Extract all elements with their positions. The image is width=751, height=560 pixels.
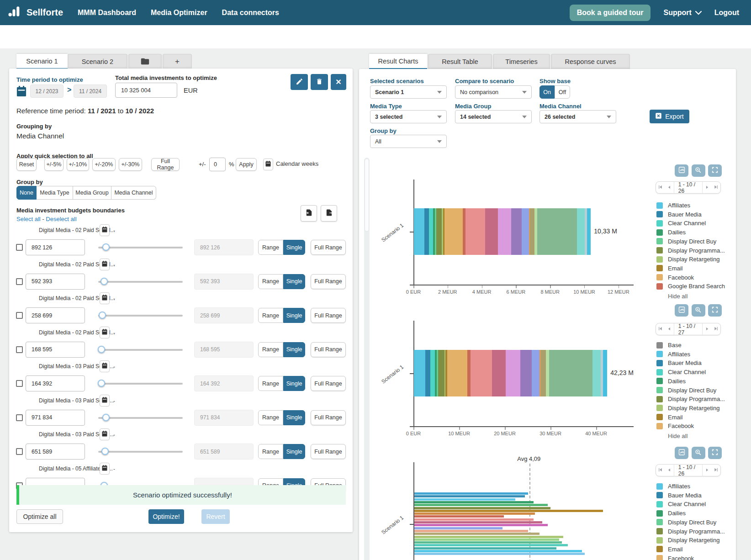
pagination-last-button[interactable] <box>712 465 720 476</box>
bar-segment[interactable] <box>467 350 471 396</box>
bar-segment[interactable] <box>541 350 546 396</box>
delete-scenario-button[interactable] <box>311 74 328 90</box>
roi-bar[interactable] <box>414 507 550 509</box>
budget-min-input[interactable]: 258 699 <box>26 307 85 323</box>
chart-toolbar-button[interactable] <box>692 447 705 459</box>
pagination-last-button[interactable] <box>712 182 720 193</box>
quick--5-[interactable]: +/-5% <box>44 158 63 171</box>
budget-slider[interactable] <box>98 417 183 419</box>
selected-scenarios-select[interactable]: Scenario 1 <box>370 85 447 99</box>
legend-item[interactable]: Facebook <box>656 274 694 281</box>
date-from-input[interactable]: 12 / 2023 <box>30 85 63 98</box>
single-toggle-button[interactable]: Single <box>283 444 305 459</box>
groupby-media-channel[interactable]: Media Channel <box>111 186 156 200</box>
bar-segment[interactable] <box>471 350 492 396</box>
legend-item[interactable]: Email <box>656 265 683 272</box>
budget-row-calendar-button[interactable] <box>100 463 110 475</box>
bar-segment[interactable] <box>603 350 607 396</box>
tab-scenario-1[interactable]: Scenario 1 <box>16 54 68 69</box>
bar-segment[interactable] <box>414 208 424 255</box>
full-range-button[interactable]: Full Range <box>311 274 346 289</box>
tab-timeseries[interactable]: Timeseries <box>493 54 550 69</box>
full-range-button[interactable]: Full Range <box>311 376 346 391</box>
range-toggle-button[interactable]: Range <box>258 308 283 323</box>
budget-row-checkbox[interactable] <box>16 244 23 251</box>
budget-min-input[interactable]: 971 834 <box>26 410 85 426</box>
budget-slider-handle[interactable] <box>100 278 108 285</box>
budget-row-calendar-button[interactable] <box>100 327 110 338</box>
media-type-select[interactable]: 3 selected <box>370 110 447 123</box>
roi-bar[interactable] <box>414 533 539 535</box>
pagination-next-button[interactable] <box>703 323 711 335</box>
budget-row-checkbox[interactable] <box>16 346 23 353</box>
range-toggle-button[interactable]: Range <box>258 274 283 289</box>
tab-result-table[interactable]: Result Table <box>428 54 492 69</box>
apply-button[interactable]: Apply <box>236 158 257 171</box>
legend-item[interactable]: Display Programma... <box>656 247 725 254</box>
quick-percent-input[interactable]: 0 <box>209 158 226 171</box>
budget-row-checkbox[interactable] <box>16 448 23 455</box>
budget-slider-handle[interactable] <box>99 312 106 319</box>
budget-slider[interactable] <box>98 451 183 453</box>
charts-scrollbar-thumb[interactable] <box>365 158 369 232</box>
pagination-first-button[interactable] <box>656 465 665 476</box>
budget-slider[interactable] <box>98 349 183 351</box>
roi-bar[interactable] <box>414 518 534 521</box>
tab-add-scenario[interactable]: + <box>163 54 192 69</box>
legend-item[interactable]: Bauer Media <box>656 359 702 366</box>
show-base-on[interactable]: On <box>539 85 555 99</box>
budget-slider-handle[interactable] <box>101 448 109 455</box>
legend-item[interactable]: Bauer Media <box>656 492 702 499</box>
roi-bar[interactable] <box>414 527 502 529</box>
tab-scenario-2[interactable]: Scenario 2 <box>68 54 127 69</box>
bar-segment[interactable] <box>530 208 534 255</box>
range-toggle-button[interactable]: Range <box>258 240 283 255</box>
roi-bar[interactable] <box>414 553 585 555</box>
budget-row-checkbox[interactable] <box>16 312 23 319</box>
legend-item[interactable]: Dailies <box>656 229 686 236</box>
roi-bar[interactable] <box>414 504 548 506</box>
budget-min-input[interactable]: 164 392 <box>26 375 85 391</box>
budget-min-input[interactable]: 168 595 <box>26 342 85 358</box>
pagination-first-button[interactable] <box>656 323 665 335</box>
legend-item[interactable]: Google Brand Search <box>656 283 725 290</box>
tab-result-charts[interactable]: Result Charts <box>369 54 427 69</box>
tab-open-scenario[interactable] <box>128 54 162 69</box>
charts-scrollbar[interactable] <box>364 158 370 560</box>
roi-bar[interactable] <box>414 495 525 497</box>
roi-bar[interactable] <box>414 550 582 552</box>
bar-segment[interactable] <box>522 208 529 255</box>
legend-item[interactable]: Affiliates <box>656 351 690 358</box>
chart-toolbar-button[interactable] <box>708 164 722 177</box>
roi-bar[interactable] <box>414 536 563 538</box>
pagination-last-button[interactable] <box>712 323 720 335</box>
full-range-button[interactable]: Full Range <box>311 308 346 323</box>
date-to-input[interactable]: 11 / 2024 <box>74 85 107 98</box>
full-range-button[interactable]: Full Range <box>311 444 346 459</box>
pagination-prev-button[interactable] <box>665 465 673 476</box>
budget-row-checkbox[interactable] <box>16 380 23 387</box>
legend-item[interactable]: Affiliates <box>656 202 690 209</box>
budget-slider[interactable] <box>98 315 183 317</box>
roi-bar[interactable] <box>414 530 528 532</box>
quick-reset[interactable]: Reset <box>16 158 37 171</box>
budget-row-calendar-button[interactable] <box>100 259 110 270</box>
support-menu[interactable]: Support <box>663 9 701 17</box>
roi-bar[interactable] <box>414 515 504 518</box>
legend-item[interactable]: Display Direct Buy <box>656 519 716 526</box>
chart-toolbar-button[interactable] <box>675 447 688 459</box>
legend-item[interactable]: Display Retargeting <box>656 405 719 412</box>
roi-bar[interactable] <box>414 521 542 523</box>
roi-bar[interactable] <box>414 510 603 512</box>
budget-row-checkbox[interactable] <box>16 278 23 285</box>
budget-slider[interactable] <box>98 383 183 385</box>
chart-group-by-select[interactable]: All <box>370 135 447 148</box>
book-guided-tour-button[interactable]: Book a guided tour <box>570 5 651 21</box>
roi-bar[interactable] <box>414 524 548 526</box>
single-toggle-button[interactable]: Single <box>283 308 305 323</box>
chart-toolbar-button[interactable] <box>675 164 688 177</box>
legend-item[interactable]: Display Programma... <box>656 396 725 402</box>
pagination-prev-button[interactable] <box>665 182 673 193</box>
single-toggle-button[interactable]: Single <box>283 274 305 289</box>
roi-bar[interactable] <box>414 512 535 515</box>
